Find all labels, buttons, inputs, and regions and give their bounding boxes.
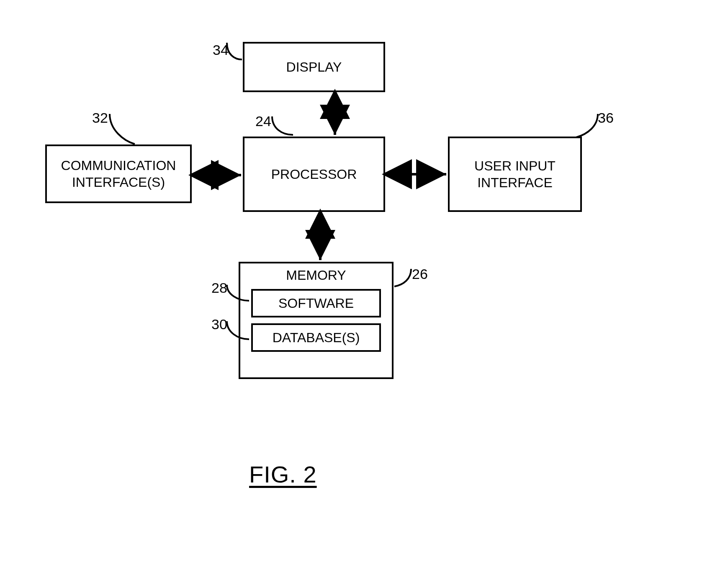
callout-display [226, 42, 247, 67]
callout-userinput [574, 113, 599, 142]
figure-caption: FIG. 2 [249, 461, 317, 488]
diagram-canvas: DISPLAY PROCESSOR COMMUNICATION INTERFAC… [0, 0, 728, 565]
callout-processor [271, 116, 296, 141]
connector-display-processor [0, 0, 728, 565]
callout-database [226, 320, 251, 346]
callout-memory [393, 268, 414, 293]
callout-comm [109, 113, 138, 147]
callout-software [226, 284, 251, 307]
